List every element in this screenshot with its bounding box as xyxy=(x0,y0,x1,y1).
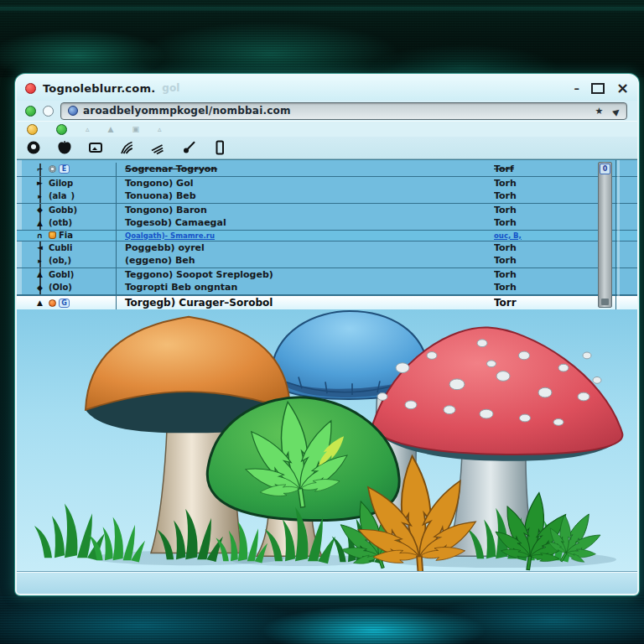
tree-marker-icon: ◆ xyxy=(34,205,46,214)
row-gutter: ▸ (ala_) xyxy=(17,191,116,200)
close-button[interactable]: × xyxy=(616,80,629,96)
table-row[interactable]: ◄ Cubli Poggebb) oyrel Torh xyxy=(17,242,637,255)
row-title: Poggebb) oyrel xyxy=(116,242,494,255)
row-title: Sogrenar Togryon xyxy=(116,163,494,176)
mini-box-icon: ▣ xyxy=(132,125,139,133)
send-plane-icon[interactable]: ▶ xyxy=(611,105,622,116)
table-row[interactable]: ◆ (Olo) Togropti Beb ongntan Torh xyxy=(17,281,637,295)
minimize-button[interactable]: – xyxy=(574,83,579,94)
forward-circle-icon[interactable] xyxy=(43,106,54,117)
mushroom-illustration xyxy=(17,309,637,571)
row-gutter-label: (Olo) xyxy=(49,283,72,292)
row-gutter-label: (ob,) xyxy=(49,256,71,265)
row-gutter-label: Gobl) xyxy=(49,270,74,279)
window-title: Tognoleblurr.com. xyxy=(43,82,155,95)
app-badge-icon xyxy=(25,83,36,94)
window-controls: – × xyxy=(574,80,629,96)
table-right-border xyxy=(615,160,616,309)
favicon-badge: G xyxy=(59,299,70,308)
address-bar[interactable]: aroadbelyommpkogel/nombbai.com ★ ▶ xyxy=(60,102,627,120)
orange-dot-icon xyxy=(49,299,56,307)
status-bar xyxy=(17,571,637,594)
green-dot-icon[interactable] xyxy=(56,124,67,135)
row-gutter: ◄ Cubli xyxy=(17,243,116,252)
row-gutter: ▸ (ob,) xyxy=(17,256,116,265)
tree-marker-icon: ∩ xyxy=(34,231,46,240)
target-icon xyxy=(49,165,56,173)
tree-marker-icon: ⌐ xyxy=(34,165,46,174)
table-row[interactable]: ▸ (ob,) (eggeno) Beh Torh xyxy=(17,254,637,268)
mini-triangle2-icon: ▵ xyxy=(158,125,162,133)
row-title: Torgegb) Curager–Sorobol xyxy=(116,296,494,310)
bookmarks-toolbar xyxy=(17,137,637,159)
swoosh-arrows-icon[interactable] xyxy=(149,139,166,156)
record-circle-icon[interactable] xyxy=(25,139,42,156)
mini-triangle-icon: ▵ xyxy=(86,125,90,133)
feather-icon[interactable] xyxy=(118,139,135,156)
tree-marker-icon: ▲ xyxy=(34,270,46,278)
tree-marker-icon: ▲ xyxy=(34,219,46,227)
browser-window: Tognoleblurr.com. gol – × aroadbelyommpk… xyxy=(15,74,639,595)
row-gutter-label: Gilop xyxy=(49,179,73,188)
row-gutter: ∩ Fia xyxy=(17,231,116,240)
warning-icon xyxy=(49,231,56,239)
row-title: Qoalgath)- Smamre.ru xyxy=(116,231,494,241)
scrollbar-bottom-handle[interactable] xyxy=(601,299,609,305)
site-table: ⌐ E Sogrenar Togryon Torf ► Gilop Tongon… xyxy=(17,159,637,309)
table-row[interactable]: ▸ (ala_) Tonuona) Beb Torh xyxy=(17,190,637,204)
row-gutter-label: (otb) xyxy=(49,218,72,227)
row-gutter: ◆ (Olo) xyxy=(17,283,116,292)
paint-brush-icon[interactable] xyxy=(180,139,197,156)
row-gutter: ⌐ E xyxy=(17,164,116,174)
glitch-background-bottom xyxy=(0,595,644,644)
tree-marker-icon: ► xyxy=(34,179,46,187)
row-gutter-label: Cubli xyxy=(49,243,72,252)
table-row[interactable]: ▲ (otb) Togesob) Camaegal Torh xyxy=(17,216,637,231)
bookmark-star-icon[interactable]: ★ xyxy=(595,106,603,117)
mini-hill-icon: ▲ xyxy=(108,125,114,133)
globe-icon xyxy=(68,106,78,116)
tree-marker-icon: ◆ xyxy=(34,283,46,292)
tree-marker-icon: ▸ xyxy=(34,257,46,265)
table-scrollbar[interactable]: 0 xyxy=(598,162,612,308)
url-text[interactable]: aroadbelyommpkogel/nombbai.com xyxy=(83,105,589,117)
table-right-highlight xyxy=(617,160,620,309)
row-gutter-label: Gobb) xyxy=(49,205,77,215)
row-title: Tongono) Baron xyxy=(116,204,494,217)
row-gutter-label: Fia xyxy=(59,231,73,240)
tree-marker-icon: ◄ xyxy=(34,243,46,252)
row-title: Togesob) Camaegal xyxy=(116,216,494,230)
scrollbar-top-badge[interactable]: 0 xyxy=(600,164,610,174)
table-row[interactable]: ▲ Gobl) Teggono) Soopot Sreplogeb) Torh xyxy=(17,268,637,282)
row-gutter: ◆ Gobb) xyxy=(17,205,116,215)
title-bar[interactable]: Tognoleblurr.com. gol – × xyxy=(17,75,637,101)
phone-outline-icon[interactable] xyxy=(211,139,228,156)
apple-icon[interactable] xyxy=(56,139,73,156)
row-gutter: ▲ G xyxy=(17,299,116,308)
address-row: aroadbelyommpkogel/nombbai.com ★ ▶ xyxy=(17,101,637,121)
row-gutter: ▲ Gobl) xyxy=(17,270,116,279)
page-content xyxy=(17,309,637,571)
yellow-dot-icon[interactable] xyxy=(27,124,38,135)
back-dot-icon[interactable] xyxy=(25,106,36,117)
row-gutter: ▲ (otb) xyxy=(17,218,116,227)
table-row[interactable]: ⌐ E Sogrenar Togryon Torf xyxy=(17,163,637,177)
row-title: (eggeno) Beh xyxy=(116,254,494,267)
site-table-body: ⌐ E Sogrenar Togryon Torf ► Gilop Tongon… xyxy=(17,160,637,309)
table-row[interactable]: ► Gilop Tongono) Gol Torh xyxy=(17,177,637,190)
table-row[interactable]: ∩ Fia Qoalgath)- Smamre.ru ouc, B, xyxy=(17,231,637,242)
row-title: Togropti Beb ongntan xyxy=(116,281,494,294)
glitch-background-top xyxy=(0,0,644,77)
tab-strip: ▵ ▲ ▣ ▵ xyxy=(17,121,637,137)
photo-frame-icon[interactable] xyxy=(87,139,104,156)
row-title: Tonuona) Beb xyxy=(116,190,494,203)
favicon-badge: E xyxy=(59,164,70,174)
row-gutter: ► Gilop xyxy=(17,179,116,188)
ghost-title-text: gol xyxy=(162,82,179,94)
tree-marker-icon: ▸ xyxy=(34,192,46,200)
maximize-button[interactable] xyxy=(591,83,605,94)
table-row[interactable]: ◆ Gobb) Tongono) Baron Torh xyxy=(17,204,637,217)
row-title: Tongono) Gol xyxy=(116,177,494,190)
row-gutter-label: (ala_) xyxy=(49,191,75,200)
table-row[interactable]: ▲ G Torgegb) Curager–Sorobol Torr xyxy=(17,295,637,310)
